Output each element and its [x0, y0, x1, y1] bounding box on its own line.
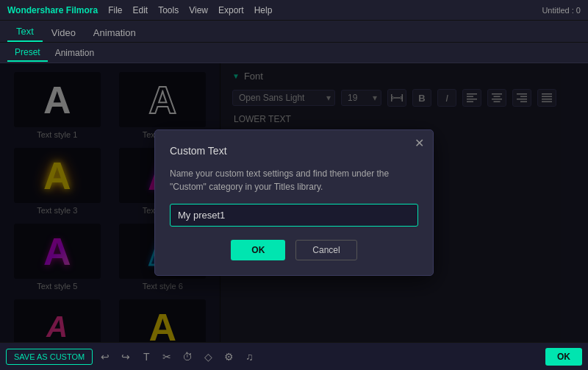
- sub-tab-animation[interactable]: Animation: [48, 45, 101, 61]
- menu-edit[interactable]: Edit: [132, 5, 148, 15]
- menu-tools[interactable]: Tools: [158, 5, 179, 15]
- clock-icon[interactable]: ⏱: [179, 349, 196, 365]
- menu-file[interactable]: File: [108, 5, 122, 15]
- ok-button[interactable]: OK: [545, 348, 582, 366]
- preset-name-input[interactable]: [170, 204, 418, 227]
- menu-bar: File Edit Tools View Export Help: [108, 5, 542, 15]
- tab-animation[interactable]: Animation: [85, 24, 145, 42]
- modal-title: Custom Text: [170, 145, 418, 157]
- settings-icon[interactable]: ⚙: [220, 349, 237, 365]
- tab-text[interactable]: Text: [7, 22, 43, 42]
- marker-icon[interactable]: ◇: [200, 349, 216, 365]
- undo-icon[interactable]: ↩: [97, 349, 113, 365]
- menu-help[interactable]: Help: [254, 5, 273, 15]
- menu-view[interactable]: View: [189, 5, 208, 15]
- modal-description: Name your custom text settings and find …: [170, 167, 418, 193]
- custom-text-modal: ✕ Custom Text Name your custom text sett…: [154, 129, 434, 276]
- sub-tab-preset[interactable]: Preset: [7, 44, 48, 62]
- app-logo: Wondershare Filmora: [7, 5, 98, 15]
- main-layout: A Text style 1 A Text style 2 A Text sty…: [0, 63, 588, 342]
- redo-icon[interactable]: ↪: [118, 349, 134, 365]
- audio-icon[interactable]: ♫: [241, 349, 257, 365]
- modal-overlay: ✕ Custom Text Name your custom text sett…: [0, 63, 588, 342]
- save-as-custom-button[interactable]: SAVE AS CUSTOM: [6, 349, 93, 365]
- bottom-icons: ↩ ↪ T ✂ ⏱ ◇ ⚙ ♫: [97, 349, 257, 365]
- cut-icon[interactable]: ✂: [159, 349, 175, 365]
- text-icon[interactable]: T: [138, 349, 154, 365]
- modal-close-button[interactable]: ✕: [415, 138, 424, 149]
- modal-ok-button[interactable]: OK: [231, 240, 285, 260]
- tab-video[interactable]: Video: [43, 24, 85, 42]
- modal-cancel-button[interactable]: Cancel: [295, 240, 356, 260]
- bottom-bar: SAVE AS CUSTOM ↩ ↪ T ✂ ⏱ ◇ ⚙ ♫ OK: [0, 342, 588, 370]
- document-title: Untitled : 0: [542, 6, 581, 15]
- menu-export[interactable]: Export: [218, 5, 244, 15]
- title-bar: Wondershare Filmora File Edit Tools View…: [0, 0, 588, 21]
- main-tab-bar: Text Video Animation: [0, 21, 588, 43]
- sub-tab-bar: Preset Animation: [0, 43, 588, 63]
- modal-buttons: OK Cancel: [170, 240, 418, 260]
